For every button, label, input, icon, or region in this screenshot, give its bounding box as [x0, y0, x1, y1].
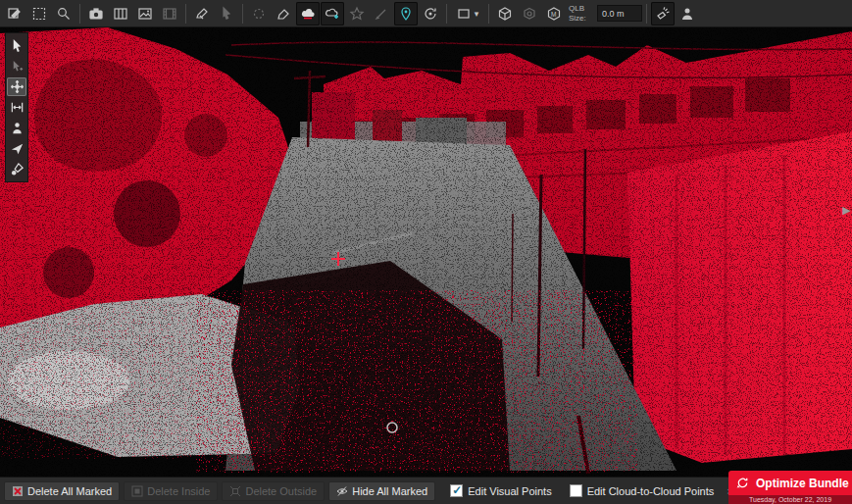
edit-visual-points-checkbox[interactable]: Edit Visual Points [450, 484, 551, 497]
delete-outside-icon [229, 485, 241, 497]
qlb-size-value[interactable]: 0.0 m [597, 5, 642, 22]
delete-inside-icon [131, 485, 143, 497]
toolbar-separator [79, 4, 80, 24]
film-icon[interactable] [158, 2, 181, 25]
optimize-bundle-date: Tuesday, October 22, 2019 [728, 495, 852, 504]
delete-inside-button: Delete Inside [124, 481, 218, 501]
camera-icon[interactable] [84, 2, 108, 25]
bounding-box-icon[interactable] [493, 2, 517, 25]
checkbox-box-checked [450, 484, 463, 497]
brush-tool-icon[interactable] [7, 160, 26, 178]
polygon-select-icon[interactable] [345, 2, 369, 25]
left-toolbar [5, 32, 28, 182]
toolbar-separator [185, 4, 186, 24]
svg-text:M: M [551, 11, 556, 18]
button-label: Delete Inside [147, 485, 210, 497]
marquee-select-icon[interactable] [27, 2, 51, 25]
checkbox-label: Edit Cloud-to-Cloud Points [587, 485, 715, 497]
mark-cloud-icon[interactable] [296, 2, 320, 25]
annotate-region-icon[interactable] [3, 2, 26, 25]
place-pin-icon[interactable] [394, 2, 418, 25]
cursor-tool-icon[interactable] [7, 36, 26, 55]
flashlight-icon[interactable] [651, 2, 675, 25]
point-cloud-render [0, 27, 852, 477]
toolbar-separator [446, 4, 447, 24]
button-label: Delete Outside [245, 485, 317, 497]
toolbar-separator [646, 4, 647, 24]
panel-expander-arrow[interactable]: ▶ [842, 204, 851, 217]
hide-all-marked-button[interactable]: Hide All Marked [328, 481, 435, 501]
button-label: Hide All Marked [352, 485, 427, 497]
draw-pen-icon[interactable] [370, 2, 393, 25]
image-icon[interactable] [133, 2, 157, 25]
delete-marked-icon [12, 485, 24, 497]
top-toolbar: ▾ M QLB Size: 0.0 m [0, 0, 852, 27]
cursor-select-icon[interactable] [215, 2, 238, 25]
eraser-icon[interactable] [190, 2, 214, 25]
point-cloud-viewport[interactable] [0, 27, 852, 477]
box-camera-icon[interactable] [518, 2, 541, 25]
pan-move-tool-icon[interactable] [7, 77, 26, 96]
cursor-query-tool-icon[interactable] [7, 57, 26, 76]
delete-outside-button: Delete Outside [222, 481, 325, 501]
optimize-bundle-button[interactable]: Optimize Bundle [728, 471, 852, 495]
split-view-icon[interactable] [109, 2, 132, 25]
optimize-bundle-panel: Optimize Bundle Tuesday, October 22, 201… [728, 471, 852, 504]
zoom-magnifier-icon[interactable] [52, 2, 75, 25]
orbit-user-icon[interactable] [419, 2, 442, 25]
box-measure-icon[interactable]: M [542, 2, 566, 25]
rect-select-dropdown-icon[interactable]: ▾ [451, 2, 484, 25]
bottom-toolbar: Delete All Marked Delete Inside Delete O… [0, 477, 852, 504]
slant-eraser-icon[interactable] [272, 2, 295, 25]
checkbox-box-unchecked [570, 484, 582, 497]
person-icon[interactable] [676, 2, 699, 25]
edit-cloud-to-cloud-checkbox[interactable]: Edit Cloud-to-Cloud Points [570, 484, 715, 497]
optimize-gears-icon [735, 476, 750, 490]
hide-marked-icon [336, 485, 348, 497]
fly-navigate-tool-icon[interactable] [7, 139, 26, 158]
checkbox-label: Edit Visual Points [468, 485, 551, 497]
measure-distance-tool-icon[interactable] [7, 98, 26, 117]
qlb-size-label: QLB Size: [569, 4, 594, 22]
toolbar-separator [242, 4, 243, 24]
point-cloud-editor-window: ▾ M QLB Size: 0.0 m [0, 0, 852, 504]
add-cloud-icon[interactable] [321, 2, 344, 25]
optimize-bundle-label: Optimize Bundle [756, 477, 849, 490]
ellipse-select-icon[interactable] [247, 2, 271, 25]
person-view-tool-icon[interactable] [7, 119, 26, 137]
button-label: Delete All Marked [27, 485, 112, 497]
delete-all-marked-button[interactable]: Delete All Marked [4, 481, 120, 501]
toolbar-separator [488, 4, 489, 24]
